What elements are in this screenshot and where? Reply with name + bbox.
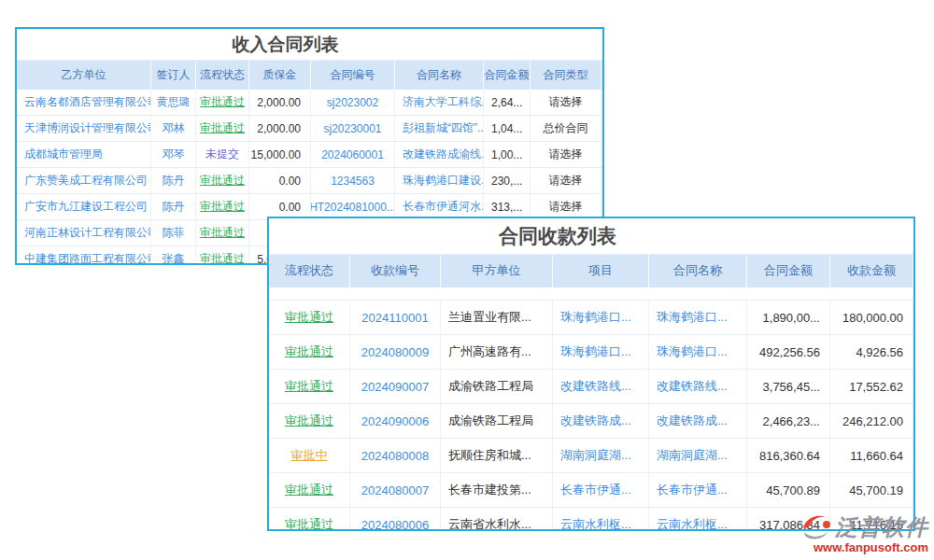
cell-contract-amount: 2,64... (484, 90, 531, 115)
cell-receipt-amount: 17,552.62 (830, 370, 913, 403)
cell-status[interactable]: 审批通过 (196, 116, 249, 141)
cell-contract-name[interactable]: 长春市伊通河水... (395, 194, 484, 219)
cell-project[interactable]: 改建铁路成... (553, 404, 649, 438)
header-cell-party-b: 乙方单位 (17, 61, 151, 90)
cell-status[interactable]: 审批通过 (269, 370, 350, 403)
cell-party-b[interactable]: 广安市九江建设工程公司 (17, 194, 151, 219)
cell-signer[interactable]: 陈丹 (151, 194, 196, 219)
cell-contract-amount: 1,04... (484, 116, 531, 141)
income-window-title: 收入合同列表 (17, 29, 602, 60)
cell-receipt-no[interactable]: 2024080007 (350, 473, 441, 507)
header-cell-signer: 签订人 (151, 61, 196, 90)
cell-party-b[interactable]: 河南正林设计工程有限公司 (17, 220, 151, 245)
table-row: 审批通过2024080007长春市建投第...长春市伊通...长春市伊通...4… (269, 473, 913, 508)
cell-contract-name[interactable]: 改建铁路成... (649, 404, 747, 438)
cell-status[interactable]: 审批通过 (196, 90, 249, 115)
cell-receipt-amount: 180,000.00 (830, 301, 913, 334)
cell-receipt-no[interactable]: 2024110001 (350, 301, 441, 334)
cell-contract-type[interactable]: 请选择 (531, 90, 601, 115)
cell-contract-type[interactable]: 请选择 (531, 142, 601, 167)
watermark-brand-text: 泛普软件 (835, 512, 928, 542)
cell-project[interactable]: 珠海鹤港口... (553, 335, 649, 369)
cell-contract-name[interactable]: 彭祖新城“四馆”... (395, 116, 484, 141)
cell-party-a: 长春市建投第... (441, 473, 553, 507)
cell-contract-name[interactable]: 珠海鹤港口... (649, 335, 747, 369)
cell-receipt-amount: 4,926.56 (830, 335, 913, 369)
cell-contract-name[interactable]: 珠海鹤港口建设... (395, 168, 484, 193)
cell-receipt-no[interactable]: 2024080009 (350, 335, 441, 369)
cell-contract-no[interactable]: sj2023002 (311, 90, 395, 115)
cell-contract-name[interactable]: 改建铁路成渝线... (395, 142, 484, 167)
header-cell-receipt-amount: 收款金额 (830, 255, 913, 287)
cell-project[interactable]: 长春市伊通... (553, 473, 649, 507)
cell-contract-type[interactable]: 请选择 (531, 194, 601, 219)
cell-party-b[interactable]: 天津博润设计管理有限公司 (17, 116, 151, 141)
cell-status[interactable]: 审批通过 (269, 404, 350, 438)
cell-status[interactable]: 审批通过 (196, 246, 249, 265)
cell-project[interactable]: 珠海鹤港口... (553, 301, 649, 334)
cell-project[interactable]: 湖南洞庭湖... (553, 439, 649, 472)
fanpu-swoosh-logo-icon (801, 513, 833, 541)
cell-party-b[interactable]: 云南名都酒店管理有限公司 (17, 90, 151, 115)
receipt-table-header: 流程状态收款编号甲方单位项目合同名称合同金额收款金额 (269, 254, 913, 287)
cell-party-b[interactable]: 中建集团路面工程有限公司 (17, 246, 151, 265)
cell-contract-amount: 2,466,23... (747, 404, 830, 438)
cell-status[interactable]: 审批中 (269, 439, 350, 472)
cell-contract-type[interactable]: 总价合同 (531, 116, 601, 141)
cell-contract-name[interactable]: 云南水利枢... (649, 508, 747, 531)
header-cell-contract-name: 合同名称 (395, 61, 484, 90)
cell-contract-amount: 230,... (484, 168, 531, 193)
header-cell-project: 项目 (553, 255, 649, 287)
header-cell-status: 流程状态 (269, 255, 350, 287)
table-row: 审批中2024080008抚顺住房和城...湖南洞庭湖...湖南洞庭湖...81… (269, 439, 913, 473)
cell-signer[interactable]: 邓林 (151, 116, 196, 141)
cell-contract-name[interactable]: 长春市伊通... (649, 473, 747, 507)
cell-status[interactable]: 未提交 (196, 142, 249, 167)
cell-contract-no[interactable]: sj20230001 (311, 116, 395, 141)
cell-party-a: 成渝铁路工程局 (441, 370, 553, 403)
cell-retention: 15,000.00 (249, 142, 311, 167)
cell-contract-type[interactable]: 请选择 (531, 168, 601, 193)
cell-status[interactable]: 审批通过 (196, 168, 249, 193)
cell-contract-name[interactable]: 湖南洞庭湖... (649, 439, 747, 472)
table-row: 审批通过2024090007成渝铁路工程局改建铁路线...改建铁路线...3,7… (269, 370, 913, 404)
cell-party-b[interactable]: 广东赞美成工程有限公司 (17, 168, 151, 193)
cell-contract-amount: 1,00... (484, 142, 531, 167)
cell-signer[interactable]: 黄思璐 (151, 90, 196, 115)
cell-contract-amount: 45,700.89 (747, 473, 830, 507)
table-row: 成都城市管理局邓琴未提交15,000.002024060001改建铁路成渝线..… (17, 142, 602, 168)
cell-signer[interactable]: 张鑫 (151, 246, 196, 265)
cell-contract-amount: 492,256.56 (747, 335, 830, 369)
cell-receipt-no[interactable]: 2024090006 (350, 404, 441, 438)
cell-status[interactable]: 审批通过 (269, 473, 350, 507)
table-row: 云南名都酒店管理有限公司黄思璐审批通过2,000.00sj2023002济南大学… (17, 90, 602, 116)
cell-status[interactable]: 审批通过 (196, 194, 249, 219)
cell-contract-no[interactable]: 1234563 (311, 168, 395, 193)
cell-party-a: 成渝铁路工程局 (441, 404, 553, 438)
cell-contract-no[interactable]: 2024060001 (311, 142, 395, 167)
cell-receipt-no[interactable]: 2024080006 (350, 508, 441, 531)
cell-status[interactable]: 审批通过 (269, 335, 350, 369)
cell-signer[interactable]: 陈菲 (151, 220, 196, 245)
cell-receipt-no[interactable]: 2024080008 (350, 439, 441, 472)
table-row: 审批通过2024080009广州高速路有...珠海鹤港口...珠海鹤港口...4… (269, 335, 913, 370)
cell-signer[interactable]: 陈丹 (151, 168, 196, 193)
cell-signer[interactable]: 邓琴 (151, 142, 196, 167)
cell-receipt-amount: 246,212.00 (830, 404, 913, 438)
cell-party-b[interactable]: 成都城市管理局 (17, 142, 151, 167)
cell-contract-name[interactable]: 改建铁路线... (649, 370, 747, 403)
cell-retention: 0.00 (249, 194, 311, 219)
cell-receipt-amount: 45,700.19 (830, 473, 913, 507)
receipt-table-scroll-gap (269, 287, 913, 301)
cell-project[interactable]: 云南水利枢... (553, 508, 649, 531)
cell-status[interactable]: 审批通过 (269, 301, 350, 334)
cell-status[interactable]: 审批通过 (196, 220, 249, 245)
cell-party-a: 广州高速路有... (441, 335, 553, 369)
cell-receipt-no[interactable]: 2024090007 (350, 370, 441, 403)
cell-project[interactable]: 改建铁路线... (553, 370, 649, 403)
cell-contract-name[interactable]: 珠海鹤港口... (649, 301, 747, 334)
cell-status[interactable]: 审批通过 (269, 508, 350, 531)
cell-contract-amount: 3,756,45... (747, 370, 830, 403)
cell-contract-name[interactable]: 济南大学工科综... (395, 90, 484, 115)
cell-contract-no[interactable]: HT2024081000... (311, 194, 395, 219)
